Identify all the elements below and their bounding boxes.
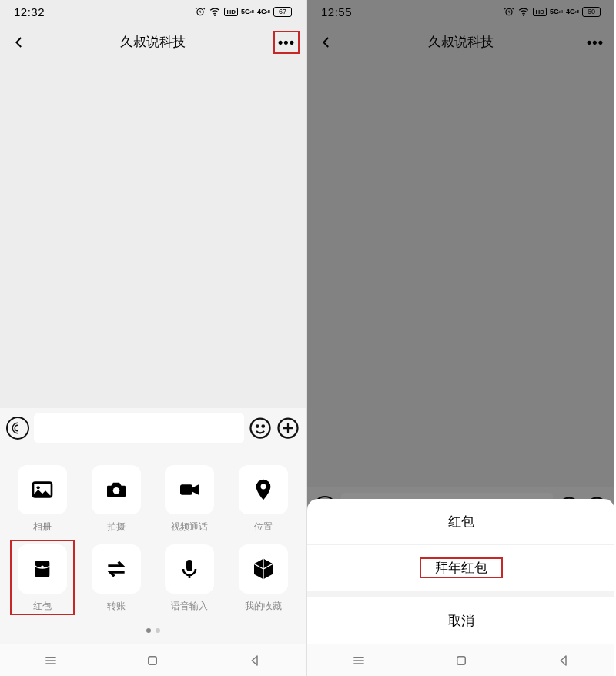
- action-sheet: 红包 拜年红包 取消: [307, 499, 614, 644]
- attach-transfer[interactable]: 转账: [85, 544, 148, 613]
- battery-icon: 60: [582, 7, 601, 17]
- signal-4g-icon: 4Gıll: [566, 8, 579, 15]
- attachment-panel: 相册 拍摄 视频通话 位置 红包: [0, 448, 306, 644]
- system-nav-bar: [0, 644, 306, 676]
- sheet-option-red-packet[interactable]: 红包: [307, 499, 614, 545]
- status-time: 12:32: [14, 5, 45, 18]
- nav-recent[interactable]: [347, 649, 370, 672]
- microphone-icon: [177, 557, 202, 581]
- page-indicator: [11, 613, 295, 641]
- input-bar: [0, 408, 306, 448]
- message-input[interactable]: [34, 413, 244, 443]
- nav-home[interactable]: [141, 649, 164, 672]
- page-dot: [156, 628, 160, 633]
- nav-back[interactable]: [552, 649, 575, 672]
- alarm-icon: [195, 6, 206, 17]
- wifi-icon: [517, 6, 530, 17]
- red-packet-icon: [30, 557, 55, 581]
- status-time: 12:55: [321, 5, 352, 18]
- signal-5g-icon: 5Gıll: [550, 8, 563, 15]
- wifi-icon: [209, 6, 221, 17]
- signal-5g-icon: 5Gıll: [241, 8, 254, 15]
- camera-icon: [104, 477, 129, 502]
- svg-point-3: [256, 425, 259, 427]
- chat-title: 久叔说科技: [120, 33, 186, 51]
- more-button[interactable]: •••: [582, 31, 608, 54]
- attach-video-call[interactable]: 视频通话: [159, 465, 222, 534]
- pin-icon: [251, 477, 276, 502]
- hd-icon: HD: [533, 8, 547, 16]
- signal-4g-icon: 4Gıll: [257, 8, 270, 15]
- attach-album[interactable]: 相册: [11, 465, 74, 534]
- chat-header: 久叔说科技 •••: [0, 23, 306, 60]
- attach-toggle-button[interactable]: [276, 417, 300, 440]
- nav-recent[interactable]: [39, 649, 62, 672]
- video-icon: [177, 477, 202, 502]
- status-bar: 12:32 HD 5Gıll 4Gıll 67: [0, 0, 306, 23]
- sheet-option-newyear-packet[interactable]: 拜年红包: [307, 545, 614, 591]
- attach-favorites[interactable]: 我的收藏: [232, 544, 295, 613]
- status-icons: HD 5Gıll 4Gıll 60: [504, 6, 601, 17]
- sheet-separator: [307, 591, 614, 597]
- hd-icon: HD: [224, 8, 238, 16]
- svg-rect-11: [35, 561, 50, 577]
- svg-point-12: [41, 565, 44, 568]
- transfer-icon: [104, 557, 129, 581]
- back-button[interactable]: [315, 31, 338, 54]
- system-nav-bar: [307, 644, 614, 676]
- attach-voice-input[interactable]: 语音输入: [159, 544, 222, 613]
- image-icon: [30, 477, 55, 502]
- svg-point-16: [524, 15, 524, 15]
- nav-home[interactable]: [450, 649, 473, 672]
- status-bar: 12:55 HD 5Gıll 4Gıll 60: [307, 0, 614, 23]
- svg-point-4: [263, 425, 265, 427]
- svg-point-7: [36, 486, 39, 489]
- status-icons: HD 5Gıll 4Gıll 67: [195, 6, 292, 17]
- chat-title: 久叔说科技: [428, 33, 494, 51]
- svg-rect-9: [180, 484, 192, 494]
- svg-point-2: [251, 419, 270, 438]
- svg-rect-26: [457, 656, 465, 664]
- more-button[interactable]: •••: [273, 31, 300, 54]
- svg-point-10: [261, 484, 266, 490]
- attach-camera[interactable]: 拍摄: [85, 465, 148, 534]
- svg-rect-14: [149, 656, 157, 664]
- chat-message-area: [307, 60, 614, 487]
- back-button[interactable]: [8, 31, 31, 54]
- nav-back[interactable]: [243, 649, 266, 672]
- page-dot: [146, 628, 151, 633]
- alarm-icon: [504, 6, 514, 17]
- attach-red-packet[interactable]: 红包: [11, 544, 74, 613]
- svg-point-8: [112, 487, 119, 494]
- attach-location[interactable]: 位置: [232, 465, 295, 534]
- emoji-button[interactable]: [249, 417, 272, 440]
- svg-point-1: [215, 15, 216, 15]
- battery-icon: 67: [273, 7, 292, 17]
- chat-header: 久叔说科技 •••: [307, 23, 614, 60]
- svg-rect-13: [186, 560, 192, 571]
- voice-input-toggle[interactable]: [6, 417, 29, 440]
- cube-icon: [251, 557, 276, 581]
- chat-message-area: [0, 60, 306, 408]
- sheet-cancel[interactable]: 取消: [307, 597, 614, 644]
